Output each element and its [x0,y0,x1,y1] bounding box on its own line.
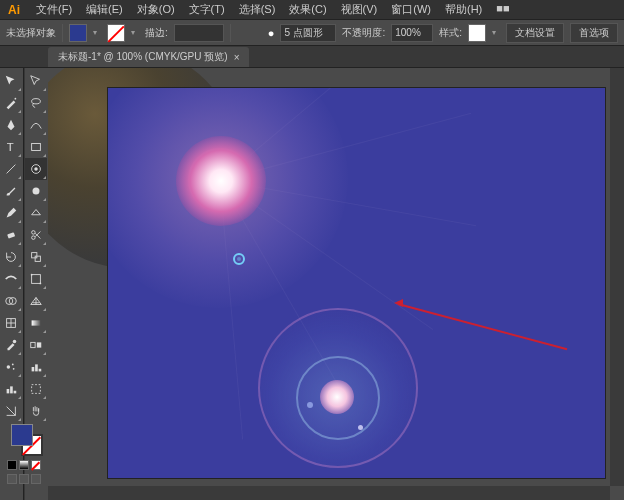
scale-tool[interactable] [25,246,47,268]
lens-flare-artifact [233,253,245,265]
column-graph-tool[interactable] [25,356,47,378]
rotate-tool[interactable] [0,246,22,268]
mesh-tool[interactable] [0,312,22,334]
annotation-arrow-line [398,303,568,350]
artboard-tool[interactable] [25,378,47,400]
eyedropper-tool[interactable] [0,334,22,356]
svg-text:T: T [7,141,14,153]
flare-tool[interactable] [25,158,47,180]
lens-flare-2-dot [307,402,313,408]
draw-normal[interactable] [7,474,17,484]
magic-wand-tool[interactable] [0,92,22,114]
chevron-down-icon[interactable]: ▾ [131,28,139,37]
svg-rect-3 [7,232,15,239]
menu-effect[interactable]: 效果(C) [283,0,332,19]
close-icon[interactable]: × [234,52,240,63]
draw-inside[interactable] [31,474,41,484]
svg-point-0 [15,98,17,100]
shape-builder-tool[interactable] [0,290,22,312]
svg-line-2 [7,165,16,174]
svg-rect-28 [37,342,41,347]
svg-rect-23 [32,275,41,284]
stroke-label: 描边: [145,26,168,40]
color-mode-none[interactable] [31,460,41,470]
selection-tool[interactable] [0,70,22,92]
menu-help[interactable]: 帮助(H) [439,0,488,19]
perspective-tool[interactable] [25,290,47,312]
svg-point-19 [32,231,36,235]
menu-type[interactable]: 文字(T) [183,0,231,19]
artboard[interactable] [108,88,605,478]
menu-bar: Ai 文件(F) 编辑(E) 对象(O) 文字(T) 选择(S) 效果(C) 视… [0,0,624,20]
style-swatch[interactable] [468,24,486,42]
color-controls [2,420,46,488]
svg-rect-15 [32,144,41,151]
menu-select[interactable]: 选择(S) [233,0,282,19]
svg-rect-22 [35,256,40,261]
blend-tool[interactable] [25,334,47,356]
svg-point-9 [12,364,14,366]
type-tool[interactable]: T [0,136,22,158]
pencil-tool[interactable] [0,202,22,224]
slice-tool[interactable] [0,400,22,422]
svg-point-18 [33,188,40,195]
eraser-tool[interactable] [0,224,22,246]
paintbrush-tool[interactable] [0,180,22,202]
canvas-area[interactable] [48,68,624,500]
symbol-spray-tool[interactable] [0,356,22,378]
app-icon: Ai [4,0,24,20]
selection-status: 未选择对象 [6,26,56,40]
brush-preset-input[interactable] [280,24,336,42]
scissors-tool[interactable] [25,224,47,246]
document-tab[interactable]: 未标题-1* @ 100% (CMYK/GPU 预览) × [48,47,249,67]
lens-flare-2-dot [358,425,363,430]
document-setup-button[interactable]: 文档设置 [506,23,564,43]
free-transform-tool[interactable] [25,268,47,290]
draw-behind[interactable] [19,474,29,484]
stroke-swatch[interactable] [107,24,125,42]
svg-rect-11 [7,389,10,393]
rectangle-tool[interactable] [25,136,47,158]
menu-object[interactable]: 对象(O) [131,0,181,19]
lasso-tool[interactable] [25,92,47,114]
svg-rect-21 [32,253,37,258]
width-tool[interactable] [0,268,22,290]
direct-selection-tool[interactable] [25,70,47,92]
vertical-scrollbar[interactable] [610,68,624,486]
svg-rect-31 [39,369,42,372]
fill-swatch[interactable] [69,24,87,42]
svg-point-20 [32,236,36,240]
svg-point-8 [7,365,11,369]
stroke-weight-input[interactable] [174,24,224,42]
draw-mode-row [7,474,41,484]
svg-point-24 [31,274,33,276]
blob-brush-tool[interactable] [25,180,47,202]
menu-file[interactable]: 文件(F) [30,0,78,19]
document-tab-title: 未标题-1* @ 100% (CMYK/GPU 预览) [58,50,228,64]
curvature-tool[interactable] [25,114,47,136]
line-tool[interactable] [0,158,22,180]
chevron-down-icon[interactable]: ▾ [492,28,500,37]
fill-stroke-indicator[interactable] [11,424,43,456]
horizontal-scrollbar[interactable] [48,486,610,500]
annotation-arrow-head [394,299,403,307]
menu-edit[interactable]: 编辑(E) [80,0,129,19]
preferences-button[interactable]: 首选项 [570,23,618,43]
svg-rect-29 [32,367,35,371]
pen-tool[interactable] [0,114,22,136]
menu-window[interactable]: 窗口(W) [385,0,437,19]
chevron-down-icon[interactable]: ▾ [93,28,101,37]
svg-rect-13 [14,391,17,394]
shaper-tool[interactable] [25,202,47,224]
hand-tool[interactable] [25,400,47,422]
gradient-tool[interactable] [25,312,47,334]
color-mode-gradient[interactable] [19,460,29,470]
opacity-input[interactable] [391,24,433,42]
graph-tool[interactable] [0,378,22,400]
separator [230,24,231,42]
menu-extra[interactable]: ■■ [490,0,515,19]
menu-view[interactable]: 视图(V) [335,0,384,19]
color-mode-fill[interactable] [7,460,17,470]
fill-color-box[interactable] [11,424,33,446]
document-tab-bar: 未标题-1* @ 100% (CMYK/GPU 预览) × [0,46,624,68]
